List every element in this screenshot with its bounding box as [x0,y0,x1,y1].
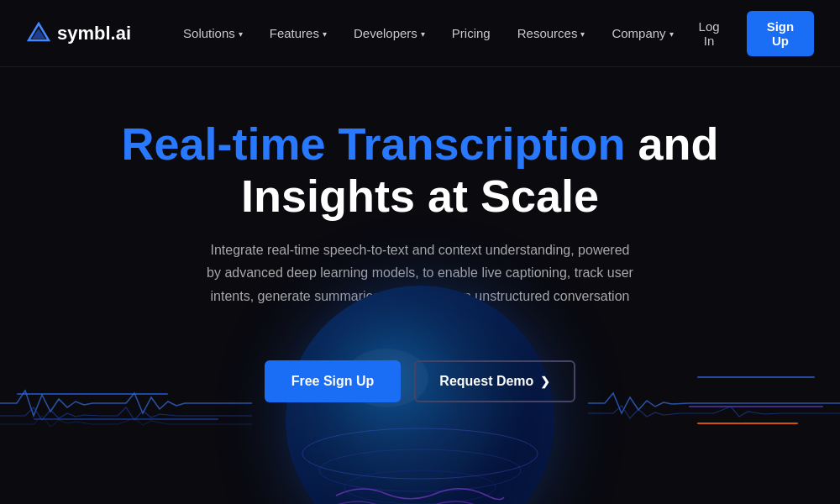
chevron-down-icon: ▾ [421,29,425,39]
nav-item-developers[interactable]: Developers ▾ [342,19,437,47]
logo[interactable]: symbl.ai [27,22,131,45]
hero-title: Real-time Transcription andInsights at S… [121,118,718,222]
login-button[interactable]: Log In [685,13,733,55]
waveform-left [0,370,252,437]
nav-item-resources[interactable]: Resources ▾ [506,19,597,47]
waveform-right [588,370,840,437]
nav-item-solutions[interactable]: Solutions ▾ [171,19,255,47]
svg-point-4 [344,470,496,504]
nav-item-pricing[interactable]: Pricing [440,19,502,47]
nav-item-features[interactable]: Features ▾ [258,19,339,47]
hero-title-blue: Real-time Transcription [121,118,625,169]
chevron-down-icon: ▾ [239,29,243,39]
chevron-down-icon: ▾ [580,29,585,39]
nav-item-company[interactable]: Company ▾ [600,19,685,47]
logo-text: symbl.ai [57,23,131,45]
nav-actions: Log In Sign Up [685,11,815,56]
nav-links: Solutions ▾ Features ▾ Developers ▾ Pric… [171,19,685,47]
arrow-icon: ❯ [540,375,550,388]
hero-section: Real-time Transcription andInsights at S… [0,67,840,504]
logo-icon [27,22,50,45]
chevron-down-icon: ▾ [323,29,327,39]
request-demo-button[interactable]: Request Demo ❯ [414,360,575,402]
hero-buttons: Free Sign Up Request Demo ❯ [265,360,576,402]
free-signup-button[interactable]: Free Sign Up [265,360,402,402]
svg-point-2 [302,428,538,479]
navbar: symbl.ai Solutions ▾ Features ▾ Develope… [0,0,840,67]
chevron-down-icon: ▾ [669,29,674,39]
signup-button[interactable]: Sign Up [747,11,815,56]
